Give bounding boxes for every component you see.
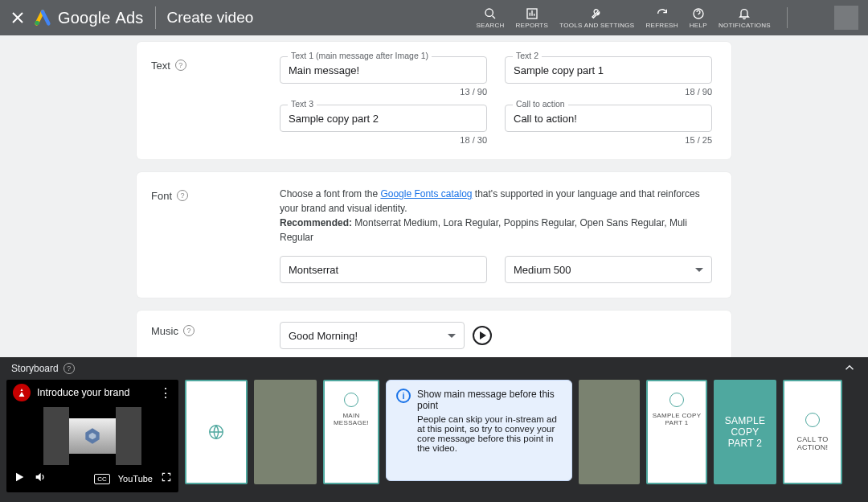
avatar[interactable]	[834, 6, 858, 30]
chevron-down-icon	[695, 268, 703, 272]
youtube-label[interactable]: YouTube	[118, 474, 153, 483]
help-button[interactable]: HELP	[690, 6, 707, 30]
refresh-icon	[656, 6, 669, 21]
channel-icon	[13, 384, 31, 401]
text1-label: Text 1 (main message after Image 1)	[288, 51, 432, 60]
cta-input[interactable]	[505, 105, 712, 132]
storyboard-panel: Storyboard ? Introduce your brand ⋮	[0, 357, 868, 502]
chevron-down-icon	[448, 334, 456, 338]
play-icon	[480, 331, 486, 339]
info-icon: i	[396, 389, 411, 403]
frame-s2-label: SAMPLE COPY PART 2	[719, 415, 772, 449]
help-icon[interactable]: ?	[63, 363, 75, 374]
text3-label: Text 3	[288, 99, 317, 109]
frame-image-1[interactable]	[254, 380, 317, 484]
app-header: Google Ads Create video SEARCH REPORTS T…	[0, 0, 868, 35]
text-label: Text ?	[151, 56, 280, 145]
play-button[interactable]	[13, 471, 26, 487]
search-icon	[484, 6, 497, 21]
play-music-button[interactable]	[473, 326, 492, 345]
help-icon[interactable]: ?	[183, 325, 194, 336]
notifications-button[interactable]: NOTIFICATIONS	[719, 6, 771, 30]
refresh-button[interactable]: REFRESH	[645, 6, 678, 30]
header-divider-2	[787, 7, 788, 28]
reports-button[interactable]: REPORTS	[516, 6, 549, 30]
svg-point-1	[485, 9, 493, 16]
video-menu-button[interactable]: ⋮	[159, 385, 172, 401]
reports-icon	[526, 6, 538, 21]
text-panel: Text ? Text 1 (main message after Image …	[137, 42, 731, 159]
globe-icon	[669, 393, 684, 407]
text1-input[interactable]	[280, 56, 487, 84]
frame-main-label: MAIN MESSAGE!	[325, 412, 378, 426]
storyboard-info-card: i Show main message before this point Pe…	[386, 380, 572, 481]
cta-counter: 15 / 25	[505, 135, 712, 145]
brand-label: Google Ads	[58, 9, 144, 27]
page-title: Create video	[167, 9, 254, 27]
frame-logo-1[interactable]	[185, 380, 248, 484]
search-button[interactable]: SEARCH	[476, 6, 504, 30]
cta-label: Call to action	[513, 99, 568, 109]
video-preview[interactable]: Introduce your brand ⋮ CC YouTube	[6, 380, 178, 492]
video-title: Introduce your brand	[37, 387, 153, 398]
text1-counter: 13 / 90	[280, 87, 487, 97]
info-body: People can skip your in-stream ad at thi…	[417, 414, 557, 453]
google-fonts-link[interactable]: Google Fonts catalog	[380, 188, 472, 200]
text2-label: Text 2	[513, 51, 542, 60]
close-button[interactable]	[8, 8, 27, 27]
font-weight-select[interactable]: Medium 500	[505, 256, 712, 283]
font-panel: Font ? Choose a font from the Google Fon…	[137, 172, 731, 298]
text2-input[interactable]	[505, 56, 712, 84]
frame-sample-2[interactable]: SAMPLE COPY PART 2	[714, 380, 776, 484]
frame-cta[interactable]: CALL TO ACTION!	[783, 380, 842, 484]
captions-button[interactable]: CC	[94, 474, 110, 484]
text2-counter: 18 / 90	[505, 87, 712, 97]
volume-button[interactable]	[34, 471, 47, 487]
storyboard-title: Storyboard	[11, 363, 59, 374]
font-label: Font ?	[151, 187, 280, 283]
globe-icon	[805, 413, 820, 427]
tools-button[interactable]: TOOLS AND SETTINGS	[559, 6, 634, 30]
info-title: Show main message before this point	[417, 389, 562, 411]
help-icon	[692, 6, 705, 21]
main-content: Text ? Text 1 (main message after Image …	[0, 35, 868, 400]
font-family-input[interactable]	[280, 256, 487, 283]
font-description: Choose a font from the Google Fonts cata…	[280, 187, 712, 245]
svg-point-0	[35, 21, 39, 25]
help-icon[interactable]: ?	[175, 60, 186, 71]
collapse-button[interactable]	[842, 360, 857, 377]
frame-cta-label: CALL TO ACTION!	[784, 435, 841, 451]
frame-sample-1[interactable]: SAMPLE COPY PART 1	[646, 380, 707, 484]
help-icon[interactable]: ?	[177, 190, 188, 201]
music-panel: Music ? Good Morning!	[137, 311, 731, 360]
globe-icon	[344, 393, 358, 407]
frame-s1-label: SAMPLE COPY PART 1	[648, 412, 706, 426]
wrench-icon	[591, 6, 604, 21]
header-actions: SEARCH REPORTS TOOLS AND SETTINGS REFRES…	[476, 0, 858, 35]
fullscreen-button[interactable]	[161, 471, 172, 486]
text3-input[interactable]	[280, 105, 487, 132]
frame-image-2[interactable]	[579, 380, 640, 484]
frame-main-message[interactable]: MAIN MESSAGE!	[323, 380, 379, 484]
bell-icon	[738, 6, 751, 21]
music-label: Music ?	[151, 322, 280, 349]
header-divider	[155, 6, 156, 29]
text3-counter: 18 / 30	[280, 135, 487, 145]
google-ads-logo	[34, 9, 51, 27]
music-select[interactable]: Good Morning!	[280, 322, 465, 349]
